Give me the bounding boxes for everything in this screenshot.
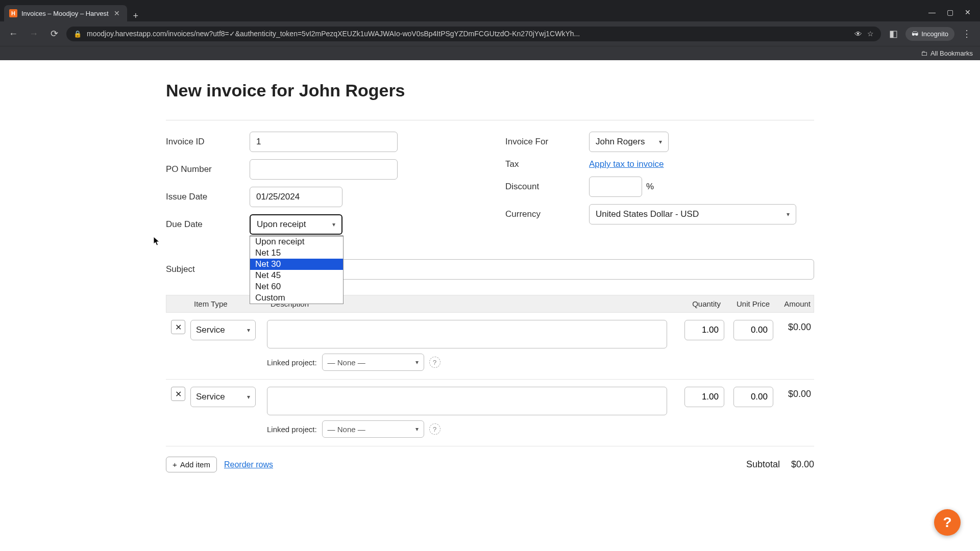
url-text: moodjoy.harvestapp.com/invoices/new?utf8… bbox=[87, 30, 849, 38]
label-discount: Discount bbox=[505, 182, 589, 192]
chevron-down-icon: ▾ bbox=[247, 327, 250, 334]
question-icon: ? bbox=[943, 514, 951, 531]
chevron-down-icon: ▾ bbox=[332, 221, 335, 228]
issue-date-input[interactable] bbox=[250, 187, 342, 207]
label-invoice-for: Invoice For bbox=[505, 137, 589, 147]
item-type-value: Service bbox=[196, 392, 225, 402]
forward-button[interactable]: → bbox=[26, 26, 42, 42]
add-item-button[interactable]: + Add item bbox=[166, 457, 217, 472]
remove-row-button[interactable]: ✕ bbox=[171, 387, 185, 401]
discount-input[interactable] bbox=[589, 177, 642, 197]
plus-icon: + bbox=[173, 460, 177, 469]
chevron-down-icon: ▾ bbox=[415, 359, 419, 366]
address-bar[interactable]: 🔒 moodjoy.harvestapp.com/invoices/new?ut… bbox=[66, 27, 881, 41]
due-date-select[interactable]: Upon receipt ▾ Upon receipt Net 15 Net 3… bbox=[250, 214, 342, 235]
linked-project-help-icon[interactable]: ? bbox=[429, 357, 440, 368]
due-date-option-net-45[interactable]: Net 45 bbox=[250, 270, 343, 281]
all-bookmarks-label: All Bookmarks bbox=[930, 49, 973, 57]
close-window-icon[interactable]: ✕ bbox=[965, 8, 971, 16]
chevron-down-icon: ▾ bbox=[787, 211, 790, 218]
label-subject: Subject bbox=[166, 264, 250, 274]
incognito-icon: 🕶 bbox=[912, 30, 918, 38]
description-input[interactable] bbox=[267, 387, 667, 415]
col-unit-price: Unit Price bbox=[724, 299, 773, 308]
remove-row-button[interactable]: ✕ bbox=[171, 320, 185, 334]
label-po-number: PO Number bbox=[166, 164, 250, 174]
subtotal-value: $0.00 bbox=[791, 459, 814, 470]
invoice-for-select[interactable]: John Rogers ▾ bbox=[589, 132, 669, 152]
help-fab-button[interactable]: ? bbox=[934, 509, 961, 536]
item-type-select[interactable]: Service ▾ bbox=[190, 320, 256, 340]
minimize-icon[interactable]: ― bbox=[928, 8, 936, 16]
col-quantity: Quantity bbox=[675, 299, 724, 308]
label-tax: Tax bbox=[505, 159, 589, 169]
label-due-date: Due Date bbox=[166, 219, 250, 230]
item-type-select[interactable]: Service ▾ bbox=[190, 387, 256, 407]
linked-project-value: — None — bbox=[328, 425, 365, 434]
incognito-label: Incognito bbox=[921, 30, 948, 38]
new-tab-button[interactable]: + bbox=[127, 11, 145, 21]
currency-select[interactable]: United States Dollar - USD ▾ bbox=[589, 204, 796, 224]
line-item-row: ✕ Service ▾ Linked project: — None — ▾ bbox=[166, 313, 814, 374]
subtotal-label: Subtotal bbox=[746, 459, 780, 470]
close-tab-icon[interactable]: ✕ bbox=[113, 9, 121, 17]
back-button[interactable]: ← bbox=[5, 26, 21, 42]
due-date-option-upon-receipt[interactable]: Upon receipt bbox=[250, 236, 343, 247]
reorder-rows-link[interactable]: Reorder rows bbox=[224, 460, 273, 469]
row-amount: $0.00 bbox=[773, 320, 814, 333]
discount-unit: % bbox=[646, 182, 654, 192]
due-date-option-net-15[interactable]: Net 15 bbox=[250, 247, 343, 259]
invoice-id-input[interactable] bbox=[250, 132, 398, 152]
incognito-indicator[interactable]: 🕶 Incognito bbox=[905, 27, 954, 41]
apply-tax-link[interactable]: Apply tax to invoice bbox=[589, 159, 664, 169]
description-input[interactable] bbox=[267, 320, 667, 348]
unit-price-input[interactable] bbox=[733, 387, 773, 407]
chevron-down-icon: ▾ bbox=[247, 393, 250, 400]
unit-price-input[interactable] bbox=[733, 320, 773, 340]
add-item-label: Add item bbox=[180, 460, 210, 469]
browser-chrome: H Invoices – Moodjoy – Harvest ✕ + ― ▢ ✕… bbox=[0, 0, 980, 60]
lock-icon: 🔒 bbox=[74, 30, 82, 38]
row-amount: $0.00 bbox=[773, 387, 814, 399]
page-title: New invoice for John Rogers bbox=[166, 81, 814, 101]
bookmark-star-icon[interactable]: ☆ bbox=[867, 30, 874, 38]
tab-title: Invoices – Moodjoy – Harvest bbox=[21, 10, 109, 17]
line-items-table: Item Type Description Quantity Unit Pric… bbox=[166, 295, 814, 472]
due-date-option-net-30[interactable]: Net 30 bbox=[250, 259, 343, 270]
due-date-dropdown: Upon receipt Net 15 Net 30 Net 45 Net 60… bbox=[250, 236, 344, 304]
linked-project-value: — None — bbox=[328, 358, 365, 367]
maximize-icon[interactable]: ▢ bbox=[947, 8, 953, 16]
quantity-input[interactable] bbox=[684, 320, 724, 340]
linked-project-label: Linked project: bbox=[267, 425, 317, 434]
chevron-down-icon: ▾ bbox=[659, 138, 662, 145]
col-amount: Amount bbox=[773, 299, 814, 308]
quantity-input[interactable] bbox=[684, 387, 724, 407]
currency-value: United States Dollar - USD bbox=[596, 209, 699, 219]
chevron-down-icon: ▾ bbox=[415, 425, 419, 433]
browser-tab[interactable]: H Invoices – Moodjoy – Harvest ✕ bbox=[4, 5, 127, 21]
page-viewport: New invoice for John Rogers Invoice ID P… bbox=[0, 60, 980, 545]
invoice-for-value: John Rogers bbox=[596, 137, 645, 147]
po-number-input[interactable] bbox=[250, 159, 398, 180]
linked-project-select[interactable]: — None — ▾ bbox=[322, 420, 424, 438]
linked-project-label: Linked project: bbox=[267, 358, 317, 367]
label-currency: Currency bbox=[505, 209, 589, 219]
label-issue-date: Issue Date bbox=[166, 192, 250, 202]
due-date-option-net-60[interactable]: Net 60 bbox=[250, 281, 343, 292]
eye-off-icon[interactable]: 👁 bbox=[854, 30, 862, 38]
line-item-row: ✕ Service ▾ Linked project: — None — ▾ bbox=[166, 380, 814, 441]
due-date-option-custom[interactable]: Custom bbox=[250, 292, 343, 304]
linked-project-help-icon[interactable]: ? bbox=[429, 423, 440, 435]
folder-icon: 🗀 bbox=[921, 49, 927, 57]
all-bookmarks-button[interactable]: 🗀 All Bookmarks bbox=[921, 49, 973, 57]
linked-project-select[interactable]: — None — ▾ bbox=[322, 354, 424, 371]
due-date-value: Upon receipt bbox=[257, 219, 306, 230]
label-invoice-id: Invoice ID bbox=[166, 137, 250, 147]
side-panel-icon[interactable]: ◧ bbox=[885, 26, 901, 42]
reload-button[interactable]: ⟳ bbox=[46, 26, 62, 42]
menu-icon[interactable]: ⋮ bbox=[959, 26, 975, 42]
harvest-favicon: H bbox=[9, 9, 17, 17]
item-type-value: Service bbox=[196, 325, 225, 335]
